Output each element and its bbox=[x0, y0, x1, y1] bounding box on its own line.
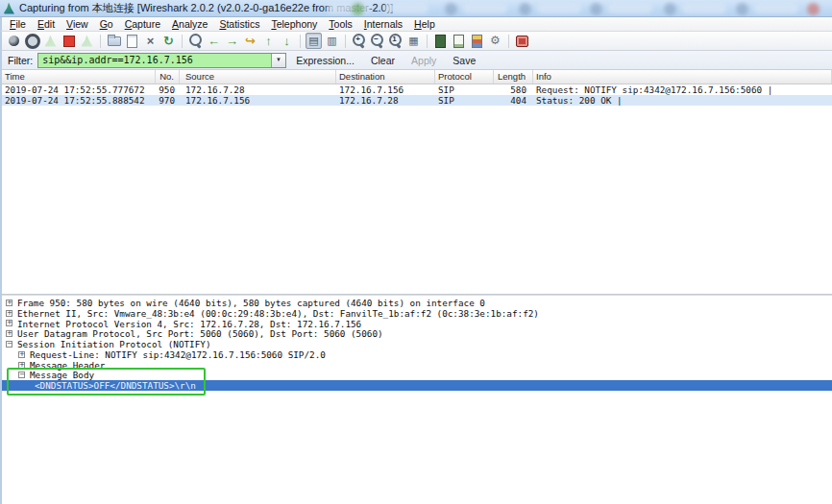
detail-text: Internet Protocol Version 4, Src: 172.16… bbox=[17, 319, 361, 329]
go-forward-icon[interactable]: → bbox=[224, 33, 240, 49]
menu-file[interactable]: File bbox=[4, 17, 32, 31]
cell-info: Request: NOTIFY sip:4342@172.16.7.156:50… bbox=[533, 84, 832, 95]
filter-bar: Filter: ▼ Expression... Clear Apply Save bbox=[0, 51, 832, 70]
zoom-out-icon[interactable]: − bbox=[369, 33, 385, 49]
detail-tree-line[interactable]: + Ethernet II, Src: Vmware_48:3b:e4 (00:… bbox=[2, 308, 832, 319]
packet-row[interactable]: 2019-07-24 17:52:55.777672 950 172.16.7.… bbox=[2, 84, 832, 95]
clear-button[interactable]: Clear bbox=[371, 55, 395, 66]
blurred-favicon bbox=[736, 3, 748, 15]
cell-source: 172.16.7.156 bbox=[180, 95, 336, 106]
filter-dropdown-button[interactable]: ▼ bbox=[271, 54, 285, 67]
cell-info: Status: 200 OK | bbox=[533, 95, 832, 106]
column-header[interactable]: Info bbox=[533, 70, 832, 84]
column-header[interactable]: Protocol bbox=[435, 70, 494, 84]
menu-edit[interactable]: Edit bbox=[32, 17, 61, 31]
menu-help[interactable]: Help bbox=[408, 17, 441, 31]
tree-expander-icon[interactable]: + bbox=[6, 310, 12, 317]
toolbar-separator bbox=[182, 35, 183, 48]
packet-list: 2019-07-24 17:52:55.777672 950 172.16.7.… bbox=[0, 84, 832, 294]
tree-expander-icon[interactable]: + bbox=[6, 300, 12, 306]
reload-icon[interactable]: ↻ bbox=[160, 33, 177, 49]
blurred-favicon bbox=[590, 3, 602, 15]
tree-expander-icon[interactable]: + bbox=[6, 330, 12, 337]
cell-destination: 172.16.7.28 bbox=[336, 95, 435, 106]
resize-columns-icon[interactable]: ▦ bbox=[405, 33, 422, 49]
menu-internals[interactable]: Internals bbox=[358, 17, 408, 31]
zoom-in-icon[interactable]: + bbox=[351, 33, 367, 49]
toolbar-separator bbox=[508, 35, 509, 48]
tree-expander-icon[interactable]: + bbox=[18, 362, 25, 369]
window-title: Capturing from 本地连接 [Wireshark 2.0.2 (v2… bbox=[19, 1, 393, 15]
tree-expander-icon[interactable]: − bbox=[18, 372, 25, 378]
find-packet-icon[interactable] bbox=[187, 33, 204, 49]
restart-capture-icon[interactable] bbox=[79, 33, 95, 49]
detail-tree-line[interactable]: + Message Header bbox=[2, 360, 832, 371]
start-capture-icon[interactable] bbox=[42, 33, 59, 49]
filter-input[interactable] bbox=[38, 54, 271, 67]
detail-text: Request-Line: NOTIFY sip:4342@172.16.7.1… bbox=[30, 349, 326, 360]
chevron-down-icon: ▼ bbox=[276, 57, 281, 63]
cell-protocol: SIP bbox=[435, 95, 494, 106]
tree-expander-icon[interactable]: + bbox=[18, 351, 25, 358]
packet-row[interactable]: 2019-07-24 17:52:55.888542 970 172.16.7.… bbox=[2, 95, 832, 106]
go-to-bottom-icon[interactable]: ↓ bbox=[279, 33, 295, 49]
display-filters-icon[interactable] bbox=[451, 33, 467, 49]
blurred-tab bbox=[537, 3, 581, 13]
colorize-list-icon[interactable]: ▤ bbox=[306, 33, 322, 49]
help-icon[interactable] bbox=[514, 33, 530, 49]
menu-analyze[interactable]: Analyze bbox=[166, 17, 213, 31]
list-interfaces-icon[interactable] bbox=[6, 33, 22, 49]
detail-tree-line[interactable]: + User Datagram Protocol, Src Port: 5060… bbox=[2, 328, 832, 339]
blurred-tab bbox=[463, 3, 507, 13]
capture-options-icon[interactable] bbox=[24, 33, 40, 49]
coloring-rules-icon[interactable] bbox=[469, 33, 485, 49]
column-header[interactable]: Destination bbox=[336, 70, 435, 84]
go-to-packet-icon[interactable]: ↪ bbox=[242, 33, 258, 49]
menu-tools[interactable]: Tools bbox=[323, 17, 358, 31]
go-back-icon[interactable]: ← bbox=[206, 33, 222, 49]
save-button[interactable]: Save bbox=[453, 55, 476, 66]
column-header[interactable]: Source bbox=[180, 70, 336, 84]
zoom-100-icon[interactable]: 1 bbox=[387, 33, 404, 49]
wireshark-logo-icon bbox=[4, 3, 14, 14]
column-header[interactable]: Length bbox=[494, 70, 533, 84]
expression-button[interactable]: Expression... bbox=[296, 55, 355, 66]
detail-tree-line[interactable]: − Message Body bbox=[2, 371, 832, 381]
menu-go[interactable]: Go bbox=[94, 17, 119, 31]
auto-scroll-icon[interactable]: ▥ bbox=[324, 33, 340, 49]
preferences-icon[interactable]: ⚙ bbox=[487, 33, 503, 49]
cell-time: 2019-07-24 17:52:55.777672 bbox=[2, 84, 156, 95]
column-header[interactable]: No. bbox=[156, 70, 180, 84]
menu-capture[interactable]: Capture bbox=[119, 17, 166, 31]
detail-tree-line[interactable]: + Frame 950: 580 bytes on wire (4640 bit… bbox=[2, 298, 832, 308]
detail-tree-line[interactable]: <DNDSTATUS>OFF</DNDSTATUS>\r\n bbox=[2, 380, 832, 391]
blurred-favicon bbox=[807, 3, 820, 15]
detail-tree-line[interactable]: + Internet Protocol Version 4, Src: 172.… bbox=[2, 319, 832, 329]
packet-list-header: Time No. Source Destination Protocol Len… bbox=[0, 70, 832, 84]
open-file-icon[interactable] bbox=[106, 33, 122, 49]
cell-length: 580 bbox=[494, 84, 533, 95]
close-capture-icon[interactable]: × bbox=[142, 33, 159, 49]
tree-expander-icon[interactable]: − bbox=[6, 341, 12, 348]
main-toolbar: × ↻ ← → ↪ ↑ ↓ ▤ ▥ + − 1 ▦ bbox=[0, 32, 832, 51]
apply-button[interactable]: Apply bbox=[411, 55, 436, 66]
cell-number: 970 bbox=[156, 95, 180, 106]
stop-capture-icon[interactable] bbox=[61, 33, 77, 49]
column-header[interactable]: Time bbox=[2, 70, 156, 84]
filter-label: Filter: bbox=[8, 55, 33, 66]
detail-tree-line[interactable]: + Request-Line: NOTIFY sip:4342@172.16.7… bbox=[2, 349, 832, 360]
toolbar-separator bbox=[345, 35, 346, 48]
tree-expander-icon[interactable]: + bbox=[6, 320, 12, 326]
detail-tree-line[interactable]: − Session Initiation Protocol (NOTIFY) bbox=[2, 339, 832, 349]
detail-text: Session Initiation Protocol (NOTIFY) bbox=[17, 339, 211, 349]
menu-statistics[interactable]: Statistics bbox=[213, 17, 265, 31]
blurred-favicon bbox=[664, 3, 676, 15]
filter-buttons: Expression... Clear Apply Save bbox=[296, 55, 476, 66]
menu-telephony[interactable]: Telephony bbox=[265, 17, 323, 31]
go-to-top-icon[interactable]: ↑ bbox=[260, 33, 277, 49]
save-file-icon[interactable] bbox=[124, 33, 140, 49]
menu-view[interactable]: View bbox=[61, 17, 94, 31]
detail-text: Message Body bbox=[30, 370, 94, 380]
toolbar-separator bbox=[300, 35, 301, 48]
capture-filters-icon[interactable] bbox=[432, 33, 449, 49]
